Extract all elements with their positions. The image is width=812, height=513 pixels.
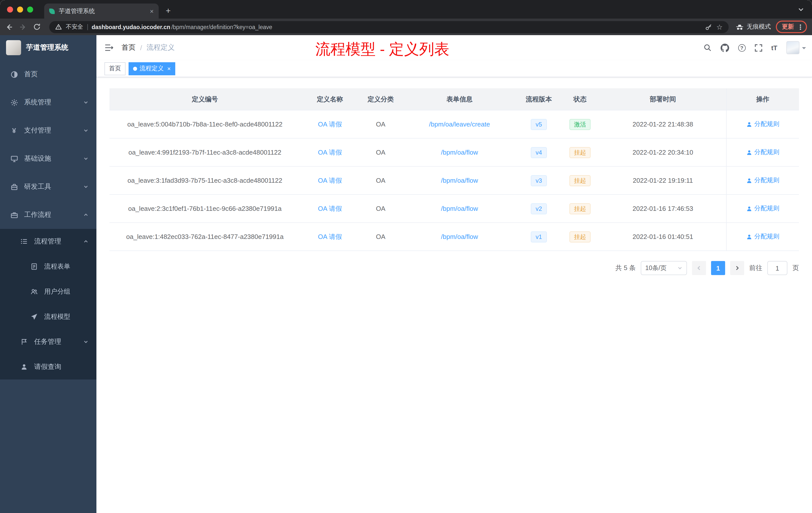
briefcase-icon — [10, 211, 18, 219]
current-page-button[interactable]: 1 — [711, 261, 725, 275]
goto-label: 前往 — [749, 264, 762, 273]
breadcrumb-home[interactable]: 首页 — [121, 43, 136, 52]
tag-close-icon[interactable]: × — [167, 65, 171, 72]
sidebar-logo[interactable]: 芋道管理系统 — [0, 35, 96, 60]
browser-tab[interactable]: 芋道管理系统 × — [44, 3, 159, 19]
cell-definition-name: OA 请假 — [300, 111, 359, 138]
sidebar-item-workflow[interactable]: 工作流程 — [0, 201, 96, 229]
new-tab-button[interactable]: + — [166, 6, 171, 16]
sidebar-item-process-management[interactable]: 流程管理 — [0, 229, 96, 254]
sidebar-collapse-icon[interactable] — [105, 44, 114, 52]
cell-form-info: /bpm/oa/flow — [402, 195, 517, 222]
tab-strip: 芋道管理系统 × + — [0, 0, 812, 19]
form-link[interactable]: /bpm/oa/flow — [441, 149, 478, 156]
cell-definition-id: oa_leave:3:1fad3d93-7b75-11ec-a3c8-acde4… — [110, 167, 300, 194]
version-badge: v4 — [530, 147, 547, 158]
cell-category: OA — [359, 223, 402, 250]
address-bar[interactable]: 不安全 dashboard.yudao.iocoder.cn /bpm/mana… — [49, 21, 729, 33]
cell-category: OA — [359, 195, 402, 222]
cell-deploy-time: 2022-01-16 01:40:51 — [600, 223, 726, 250]
browser-toolbar: 不安全 dashboard.yudao.iocoder.cn /bpm/mana… — [0, 19, 812, 35]
back-button[interactable] — [5, 23, 14, 31]
window-zoom-button[interactable] — [27, 6, 33, 12]
tab-close-icon[interactable]: × — [150, 7, 154, 15]
bookmark-star-icon[interactable]: ☆ — [716, 23, 723, 30]
form-link[interactable]: /bpm/oa/flow — [441, 205, 478, 212]
sidebar-item-infrastructure[interactable]: 基础设施 — [0, 145, 96, 173]
next-page-button[interactable] — [730, 261, 744, 275]
sidebar-item-system[interactable]: 系统管理 — [0, 88, 96, 117]
chevron-down-icon — [83, 184, 88, 189]
users-icon — [30, 288, 38, 295]
help-icon[interactable]: ? — [738, 44, 746, 52]
cell-definition-name: OA 请假 — [300, 167, 359, 194]
sidebar-item-leave-query[interactable]: 请假查询 — [0, 354, 96, 380]
cell-deploy-time: 2022-01-16 17:46:53 — [600, 195, 726, 222]
definition-name-link[interactable]: OA 请假 — [318, 176, 342, 185]
app-frame: 芋道管理系统 首页 系统管理 — [0, 35, 812, 513]
incognito-icon — [736, 23, 744, 30]
sidebar-item-user-groups[interactable]: 用户分组 — [0, 279, 96, 304]
tab-search-chevron-icon[interactable] — [798, 6, 804, 12]
cell-form-info: /bpm/oa/leave/create — [402, 111, 517, 138]
forward-button[interactable] — [19, 23, 28, 31]
sidebar-item-devtools[interactable]: 研发工具 — [0, 173, 96, 201]
column-header: 状态 — [560, 88, 600, 110]
status-badge: 激活 — [570, 119, 590, 130]
version-badge: v1 — [530, 231, 547, 242]
password-key-icon[interactable] — [705, 23, 712, 30]
fullscreen-icon[interactable] — [754, 44, 762, 52]
user-avatar-menu[interactable] — [786, 41, 806, 54]
avatar — [786, 41, 800, 54]
search-icon[interactable] — [703, 44, 711, 52]
chevron-down-icon — [83, 100, 88, 105]
reload-button[interactable] — [33, 23, 42, 31]
browser-window: 芋道管理系统 × + 不安全 dashboard.yudao.iocoder.c… — [0, 0, 812, 513]
status-badge: 挂起 — [570, 147, 590, 158]
version-badge: v3 — [530, 175, 547, 186]
table-row: oa_leave:1:482ec033-762a-11ec-8477-a2380… — [110, 223, 799, 251]
not-secure-warning-icon — [55, 24, 62, 30]
pagination: 共 5 条 10条/页 1 前往 页 — [110, 261, 799, 275]
sidebar-item-process-model[interactable]: 流程模型 — [0, 304, 96, 329]
assign-rule-link[interactable]: 分配规则 — [746, 233, 779, 241]
assign-rule-link[interactable]: 分配规则 — [746, 148, 779, 157]
goto-page-input[interactable] — [767, 261, 787, 275]
chrome-update-button[interactable]: 更新 — [776, 21, 807, 33]
assign-rule-link[interactable]: 分配规则 — [746, 120, 779, 128]
table-row: oa_leave:3:1fad3d93-7b75-11ec-a3c8-acde4… — [110, 167, 799, 195]
form-link[interactable]: /bpm/oa/flow — [441, 177, 478, 184]
active-dot-icon — [133, 66, 137, 70]
cell-deploy-time: 2022-01-22 21:48:38 — [600, 111, 726, 138]
user-icon — [746, 177, 752, 183]
browser-menu-kebab-icon[interactable] — [797, 23, 804, 30]
font-size-icon[interactable]: tT — [771, 44, 777, 52]
page-size-select[interactable]: 10条/页 — [641, 261, 687, 275]
goto-unit: 页 — [792, 264, 799, 273]
sidebar-item-payment[interactable]: ¥ 支付管理 — [0, 117, 96, 145]
cell-status: 激活 — [560, 111, 600, 138]
form-link[interactable]: /bpm/oa/leave/create — [429, 120, 490, 128]
form-link[interactable]: /bpm/oa/flow — [441, 233, 478, 240]
sidebar-item-process-form[interactable]: 流程表单 — [0, 254, 96, 279]
window-minimize-button[interactable] — [17, 6, 23, 12]
yen-payment-icon: ¥ — [10, 126, 18, 134]
definition-name-link[interactable]: OA 请假 — [318, 120, 342, 129]
header-actions: ? tT — [703, 35, 806, 60]
sidebar-item-label: 支付管理 — [24, 126, 51, 135]
assign-rule-link[interactable]: 分配规则 — [746, 204, 779, 213]
definition-name-link[interactable]: OA 请假 — [318, 232, 342, 241]
prev-page-button[interactable] — [692, 261, 706, 275]
tag-process-definition[interactable]: 流程定义 × — [128, 62, 175, 75]
definition-name-link[interactable]: OA 请假 — [318, 204, 342, 213]
sidebar-item-label: 流程管理 — [34, 237, 61, 246]
tag-home[interactable]: 首页 — [105, 62, 125, 75]
sidebar-item-home[interactable]: 首页 — [0, 60, 96, 88]
definition-name-link[interactable]: OA 请假 — [318, 148, 342, 157]
github-icon[interactable] — [720, 43, 729, 52]
assign-rule-link[interactable]: 分配规则 — [746, 176, 779, 185]
window-close-button[interactable] — [7, 6, 13, 12]
sidebar-item-task-management[interactable]: 任务管理 — [0, 329, 96, 354]
cell-version: v2 — [517, 195, 560, 222]
security-label[interactable]: 不安全 — [66, 23, 83, 31]
